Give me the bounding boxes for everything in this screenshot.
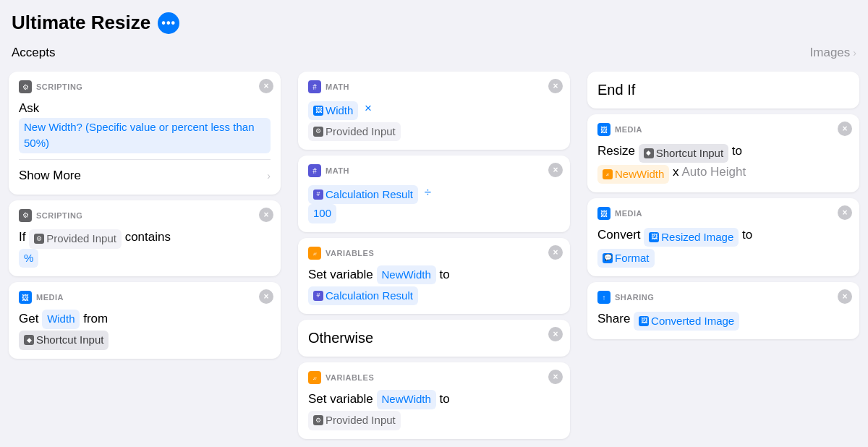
column-1: × ⚙ SCRIPTING Ask New Width? (Specific v… (0, 66, 289, 447)
card-type-row: 𝓍 VARIABLES (308, 247, 560, 260)
variables-set1-card: × 𝓍 VARIABLES Set variable NewWidth to #… (298, 238, 570, 315)
close-button[interactable]: × (548, 79, 563, 93)
show-more-label: Show More (19, 169, 81, 183)
card-type-label: SCRIPTING (36, 82, 82, 91)
more-button[interactable]: ••• (158, 12, 179, 34)
format-icon: 💬 (603, 253, 613, 263)
card-type-row: ⚙ SCRIPTING (19, 80, 271, 93)
card-type-row: 🖼 MEDIA (597, 207, 849, 220)
newwidth-token[interactable]: 𝓍 NewWidth (597, 165, 669, 184)
shortcut-icon: ◆ (644, 148, 654, 158)
to-keyword: to (742, 228, 752, 242)
to-keyword: to (440, 392, 450, 406)
to-keyword: to (732, 144, 742, 158)
card-type-label: VARIABLES (326, 249, 374, 257)
width-token[interactable]: 🖼 Width (308, 101, 358, 121)
close-button[interactable]: × (548, 245, 563, 260)
scripting-icon: ⚙ (19, 80, 32, 93)
calc-result-token[interactable]: # Calculation Result (308, 286, 418, 306)
provided-input-token[interactable]: ⚙ Provided Input (308, 122, 401, 142)
accepts-value[interactable]: Images › (810, 46, 856, 60)
media-icon: 🖼 (597, 207, 610, 220)
column-2: × # MATH 🖼 Width × ⚙ Provided Input × (289, 66, 579, 447)
width-token[interactable]: Width (42, 310, 80, 329)
convert-keyword: Convert (597, 228, 644, 242)
show-more-row[interactable]: Show More › (19, 166, 271, 186)
divider (19, 159, 271, 160)
close-button[interactable]: × (259, 208, 273, 222)
close-button[interactable]: × (548, 327, 563, 341)
card-body: Convert 🖼 Resized Image to 💬 Format (597, 226, 849, 268)
new-width-token[interactable]: New Width? (Specific value or percent le… (19, 118, 271, 153)
provided-input-token[interactable]: ⚙ Provided Input (308, 411, 401, 430)
if-keyword: If (19, 230, 29, 244)
resize-keyword: Resize (597, 144, 639, 158)
card-type-row: # MATH (308, 164, 560, 177)
variables-icon: 𝓍 (308, 247, 321, 260)
media-token-icon: 🖼 (313, 106, 323, 116)
ask-keyword: Ask (19, 101, 39, 115)
set-keyword: Set variable (308, 392, 377, 406)
newwidth-token[interactable]: NewWidth (377, 390, 436, 409)
variables-token-icon: 𝓍 (603, 169, 613, 179)
card-body: Get Width from ◆ Shortcut Input (19, 310, 271, 350)
card-body: Ask New Width? (Specific value or percen… (19, 99, 271, 153)
sharing-share-card: × ↑ SHARING Share 🖼 Converted Image (587, 282, 859, 339)
math-icon: # (308, 164, 321, 177)
provided-input-token[interactable]: ⚙ Provided Input (29, 229, 122, 249)
get-keyword: Get (19, 312, 42, 325)
resized-image-token[interactable]: 🖼 Resized Image (644, 228, 739, 247)
scripting-token-icon: ⚙ (313, 415, 323, 425)
card-type-row: ⚙ SCRIPTING (19, 209, 271, 222)
auto-height-label: Auto Height (681, 165, 746, 179)
scripting-token-icon: ⚙ (313, 127, 323, 137)
card-body: Share 🖼 Converted Image (597, 310, 849, 331)
main-content: × ⚙ SCRIPTING Ask New Width? (Specific v… (0, 66, 868, 447)
scripting-icon: ⚙ (19, 209, 32, 222)
close-button[interactable]: × (259, 289, 273, 304)
media-convert-card: × 🖼 MEDIA Convert 🖼 Resized Image to 💬 F… (587, 198, 859, 276)
divide-symbol: ÷ (425, 185, 431, 199)
shortcut-input-token[interactable]: ◆ Shortcut Input (19, 331, 109, 350)
hundred-token[interactable]: 100 (308, 204, 336, 224)
close-button[interactable]: × (838, 205, 852, 220)
card-type-label: MEDIA (615, 125, 642, 134)
close-button[interactable]: × (259, 79, 273, 93)
accepts-label: Accepts (12, 46, 55, 60)
percent-token[interactable]: % (19, 249, 38, 268)
card-body: 🖼 Width × ⚙ Provided Input (308, 99, 560, 141)
close-button[interactable]: × (838, 122, 852, 136)
close-button[interactable]: × (838, 289, 852, 304)
card-type-label: SCRIPTING (36, 211, 82, 220)
math-width-card: × # MATH 🖼 Width × ⚙ Provided Input (298, 72, 570, 150)
media-icon: 🖼 (597, 123, 610, 136)
close-button[interactable]: × (548, 163, 563, 177)
app-title: Ultimate Resize (12, 12, 150, 34)
close-button[interactable]: × (548, 370, 563, 384)
format-token[interactable]: 💬 Format (597, 249, 655, 268)
media-token-icon: 🖼 (649, 232, 659, 242)
sharing-icon: ↑ (597, 291, 610, 304)
card-type-label: SHARING (615, 293, 654, 302)
end-if-label: End If (597, 82, 635, 98)
card-type-label: MEDIA (36, 293, 64, 302)
variables-icon: 𝓍 (308, 371, 321, 384)
card-type-row: # MATH (308, 80, 560, 93)
scripting-ask-card: × ⚙ SCRIPTING Ask New Width? (Specific v… (9, 72, 281, 195)
share-keyword: Share (597, 312, 634, 325)
shortcut-input-token[interactable]: ◆ Shortcut Input (639, 144, 728, 163)
show-more-chevron: › (267, 170, 271, 182)
card-type-label: MATH (326, 82, 349, 91)
media-resize-card: × 🖼 MEDIA Resize ◆ Shortcut Input to 𝓍 N… (587, 114, 859, 192)
math-icon: # (308, 80, 321, 93)
card-body: Set variable NewWidth to ⚙ Provided Inpu… (308, 390, 560, 430)
card-body: Resize ◆ Shortcut Input to 𝓍 NewWidth x … (597, 142, 849, 184)
card-body: Set variable NewWidth to # Calculation R… (308, 265, 560, 306)
otherwise-label: Otherwise (308, 330, 373, 346)
converted-image-token[interactable]: 🖼 Converted Image (634, 312, 739, 331)
card-body: # Calculation Result ÷ 100 (308, 183, 560, 224)
shortcut-icon: ◆ (24, 335, 34, 345)
calc-result-token[interactable]: # Calculation Result (308, 185, 418, 205)
x-keyword: x (673, 165, 681, 179)
newwidth-token[interactable]: NewWidth (377, 265, 436, 285)
